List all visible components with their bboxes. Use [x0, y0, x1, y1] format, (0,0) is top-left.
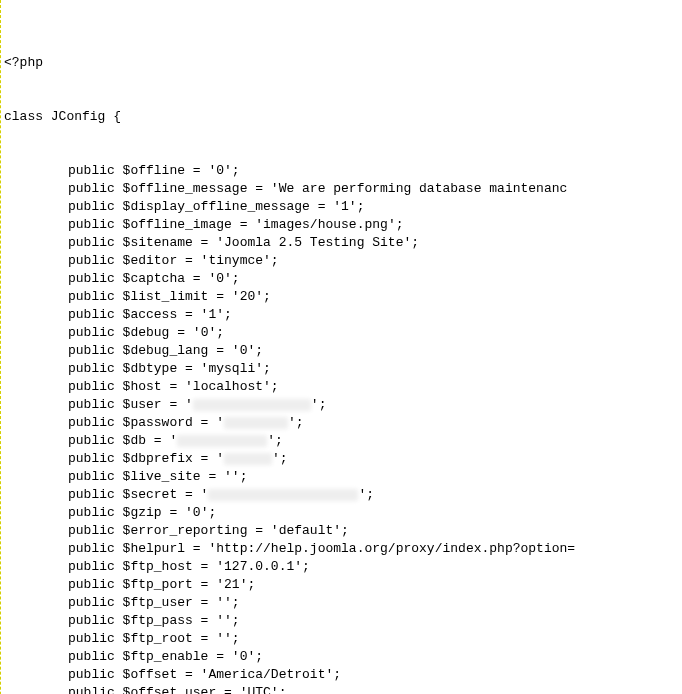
code-line: public $offset = 'America/Detroit';	[4, 666, 682, 684]
assignment-value: UTC	[247, 685, 270, 694]
config-assignment: public $user = '';	[4, 396, 326, 414]
assignment-suffix: ';	[255, 289, 271, 304]
assignment-prefix: public $ftp_pass = '	[68, 613, 224, 628]
code-line: public $password = '';	[4, 414, 682, 432]
assignment-prefix: public $offset = '	[68, 667, 208, 682]
assignment-value: 127.0.0.1	[224, 559, 294, 574]
config-assignment: public $ftp_pass = '';	[4, 612, 240, 630]
assignment-prefix: public $ftp_enable = '	[68, 649, 240, 664]
config-assignment: public $offline = '0';	[4, 162, 240, 180]
assignment-prefix: public $ftp_user = '	[68, 595, 224, 610]
config-assignment: public $password = '';	[4, 414, 304, 432]
assignment-value: America/Detroit	[208, 667, 325, 682]
assignment-suffix: ';	[403, 235, 419, 250]
redacted-value	[224, 417, 288, 429]
config-assignment: public $ftp_enable = '0';	[4, 648, 263, 666]
assignment-suffix: ';	[263, 379, 279, 394]
code-line: public $dbprefix = '';	[4, 450, 682, 468]
code-line: public $sitename = 'Joomla 2.5 Testing S…	[4, 234, 682, 252]
assignment-prefix: public $ftp_host = '	[68, 559, 224, 574]
assignment-prefix: public $offset_user = '	[68, 685, 247, 694]
config-assignment: public $ftp_user = '';	[4, 594, 240, 612]
assignment-prefix: public $list_limit = '	[68, 289, 240, 304]
assignment-suffix: ';	[224, 271, 240, 286]
assignment-suffix: ';	[201, 505, 217, 520]
redacted-value	[224, 453, 272, 465]
assignment-prefix: public $display_offline_message = '	[68, 199, 341, 214]
assignment-suffix: ';	[224, 613, 240, 628]
assignment-suffix: ';	[240, 577, 256, 592]
assignment-value: 0	[216, 271, 224, 286]
assignment-prefix: public $offline_image = '	[68, 217, 263, 232]
assignment-prefix: public $debug_lang = '	[68, 343, 240, 358]
config-assignment: public $offset_user = 'UTC';	[4, 684, 286, 694]
assignment-prefix: public $offline_message = '	[68, 181, 279, 196]
code-line: public $user = '';	[4, 396, 682, 414]
assignment-value: 1	[341, 199, 349, 214]
assignment-prefix: public $secret = '	[68, 487, 208, 502]
config-assignment: public $error_reporting = 'default';	[4, 522, 349, 540]
class-declaration: class JConfig {	[4, 109, 121, 124]
assignment-suffix: ';	[267, 433, 283, 448]
assignment-suffix: ';	[232, 469, 248, 484]
assignment-value: images/house.png	[263, 217, 388, 232]
assignment-value: We are performing database maintenanc	[279, 181, 568, 196]
assignment-suffix: ';	[247, 343, 263, 358]
assignment-prefix: public $user = '	[68, 397, 193, 412]
config-assignment: public $helpurl = 'http://help.joomla.or…	[4, 540, 575, 558]
code-line: public $ftp_pass = '';	[4, 612, 682, 630]
code-line: public $host = 'localhost';	[4, 378, 682, 396]
assignment-value: 0	[216, 163, 224, 178]
config-assignment: public $ftp_host = '127.0.0.1';	[4, 558, 310, 576]
assignment-prefix: public $sitename = '	[68, 235, 224, 250]
code-line: public $ftp_enable = '0';	[4, 648, 682, 666]
config-assignment: public $db = '';	[4, 432, 283, 450]
redacted-value	[177, 435, 267, 447]
assignment-value: Joomla 2.5 Testing Site	[224, 235, 403, 250]
config-assignment: public $dbtype = 'mysqli';	[4, 360, 271, 378]
assignment-suffix: ';	[263, 253, 279, 268]
assignment-value: tinymce	[208, 253, 263, 268]
config-assignment: public $access = '1';	[4, 306, 232, 324]
assignment-prefix: public $db = '	[68, 433, 177, 448]
code-line: <?php	[4, 54, 682, 72]
assignment-prefix: public $access = '	[68, 307, 208, 322]
assignment-suffix: ';	[294, 559, 310, 574]
config-assignment: public $ftp_root = '';	[4, 630, 240, 648]
code-line: public $display_offline_message = '1';	[4, 198, 682, 216]
code-line: public $live_site = '';	[4, 468, 682, 486]
redacted-value	[193, 399, 311, 411]
config-assignment: public $captcha = '0';	[4, 270, 240, 288]
assignment-value: http://help.joomla.org/proxy/index.php?o…	[216, 541, 575, 556]
code-line: public $debug = '0';	[4, 324, 682, 342]
config-assignment: public $offline_image = 'images/house.pn…	[4, 216, 403, 234]
assignment-suffix: ';	[325, 667, 341, 682]
code-body: public $offline = '0';public $offline_me…	[4, 162, 682, 694]
code-line: public $offline = '0';	[4, 162, 682, 180]
assignment-suffix: ';	[208, 325, 224, 340]
config-assignment: public $dbprefix = '';	[4, 450, 288, 468]
assignment-prefix: public $live_site = '	[68, 469, 232, 484]
assignment-prefix: public $offline = '	[68, 163, 216, 178]
config-assignment: public $host = 'localhost';	[4, 378, 279, 396]
code-line: public $ftp_root = '';	[4, 630, 682, 648]
assignment-value: 0	[193, 505, 201, 520]
code-line: public $offline_image = 'images/house.pn…	[4, 216, 682, 234]
assignment-prefix: public $captcha = '	[68, 271, 216, 286]
assignment-suffix: ';	[358, 487, 374, 502]
code-editor: <?php class JConfig { public $offline = …	[0, 0, 682, 694]
assignment-suffix: ';	[224, 631, 240, 646]
assignment-suffix: ';	[311, 397, 327, 412]
assignment-suffix: ';	[272, 451, 288, 466]
code-line: public $list_limit = '20';	[4, 288, 682, 306]
assignment-value: localhost	[193, 379, 263, 394]
code-line: public $ftp_port = '21';	[4, 576, 682, 594]
config-assignment: public $debug_lang = '0';	[4, 342, 263, 360]
assignment-suffix: ';	[288, 415, 304, 430]
code-line: public $ftp_user = '';	[4, 594, 682, 612]
php-open-tag: <?php	[4, 55, 43, 70]
assignment-prefix: public $dbprefix = '	[68, 451, 224, 466]
config-assignment: public $ftp_port = '21';	[4, 576, 255, 594]
assignment-suffix: ';	[349, 199, 365, 214]
assignment-suffix: ';	[216, 307, 232, 322]
